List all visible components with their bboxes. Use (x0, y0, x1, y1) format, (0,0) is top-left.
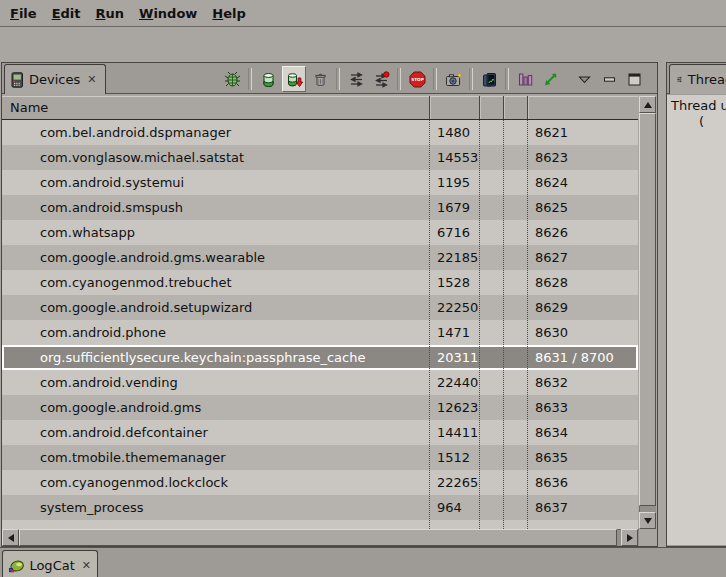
arrow-right-icon (627, 534, 633, 542)
close-icon[interactable]: ✕ (82, 559, 91, 572)
scroll-down-button[interactable] (639, 512, 656, 529)
scroll-up-button[interactable] (639, 96, 656, 113)
vertical-scroll-thumb[interactable] (639, 113, 656, 506)
table-row[interactable]: com.cyanogenmod.trebuchet 1528 8628 (2, 270, 638, 295)
threads-icon (348, 71, 365, 88)
menu-run[interactable]: Run (96, 6, 125, 21)
table-row[interactable]: com.google.android.setupwizard 22250 862… (2, 295, 638, 320)
menu-file[interactable]: File (10, 6, 37, 21)
column-resize-handle[interactable] (479, 96, 480, 119)
process-name: com.google.android.gms.wearable (40, 250, 265, 265)
process-table: com.bel.android.dspmanager 1480 8621 com… (2, 120, 638, 529)
column-resize-handle[interactable] (527, 96, 528, 119)
horizontal-scrollbar[interactable] (2, 529, 639, 546)
stop-label: STOP (411, 77, 424, 82)
process-port: 8626 (535, 225, 568, 240)
process-name: org.sufficientlysecure.keychain:passphra… (40, 350, 365, 365)
menu-help-mnemonic: H (212, 6, 223, 21)
process-port: 8629 (535, 300, 568, 315)
process-port: 8635 (535, 450, 568, 465)
table-row[interactable]: com.android.defcontainer 14411 8634 (2, 420, 638, 445)
close-icon[interactable]: ✕ (87, 73, 96, 86)
process-port: 8627 (535, 250, 568, 265)
menu-run-rest: un (106, 6, 125, 21)
update-threads-button[interactable] (345, 67, 367, 91)
ddms-window: File Edit Run Window Help Devices ✕ (0, 0, 726, 577)
menu-window[interactable]: Window (139, 6, 197, 21)
threads-message-line2: ( (699, 114, 704, 129)
table-row[interactable]: com.vonglasow.michael.satstat 14553 8623 (2, 145, 638, 170)
table-row[interactable]: com.android.phone 1471 8630 (2, 320, 638, 345)
table-row[interactable]: com.whatsapp 6716 8626 (2, 220, 638, 245)
debug-process-button[interactable] (221, 67, 243, 91)
process-port: 8634 (535, 425, 568, 440)
scroll-left-button[interactable] (2, 529, 19, 546)
maximize-icon (626, 71, 643, 88)
cause-gc-button[interactable] (309, 67, 331, 91)
threads-tabstrip: Threads (667, 63, 726, 94)
menu-file-rest: ile (19, 6, 37, 21)
tab-threads[interactable]: Threads (669, 64, 726, 94)
process-pid: 1471 (437, 325, 470, 340)
devices-tabstrip: Devices ✕ (2, 63, 657, 94)
tab-threads-label: Threads (688, 72, 726, 87)
vertical-scrollbar[interactable] (639, 96, 656, 529)
process-port: 8624 (535, 175, 568, 190)
table-row[interactable]: com.tmobile.thememanager 1512 8635 (2, 445, 638, 470)
arrow-up-icon (644, 102, 652, 108)
process-name: com.android.vending (40, 375, 178, 390)
column-resize-handle[interactable] (429, 96, 430, 119)
tab-devices[interactable]: Devices ✕ (4, 64, 106, 94)
column-header-name[interactable]: Name (10, 100, 48, 115)
menu-edit[interactable]: Edit (52, 6, 81, 21)
devices-toolbar: STOP (221, 64, 645, 94)
horizontal-scroll-thumb[interactable] (19, 529, 617, 546)
process-pid: 14553 (437, 150, 478, 165)
process-port: 8636 (535, 475, 568, 490)
process-pid: 6716 (437, 225, 470, 240)
capture-system-trace-button[interactable] (478, 67, 500, 91)
process-pid: 14411 (437, 425, 478, 440)
scroll-right-button[interactable] (621, 529, 638, 546)
table-row[interactable]: com.bel.android.dspmanager 1480 8621 (2, 120, 638, 145)
column-resize-handle[interactable] (503, 96, 504, 119)
start-method-profiling-button[interactable] (370, 67, 392, 91)
start-opengl-trace-button[interactable] (539, 67, 561, 91)
dump-view-hierarchy-button[interactable] (514, 67, 536, 91)
process-port: 8630 (535, 325, 568, 340)
table-row[interactable]: com.google.android.gms.wearable 22185 86… (2, 245, 638, 270)
minimize-button[interactable] (598, 67, 620, 91)
view-menu-button[interactable] (573, 67, 595, 91)
process-name: com.tmobile.thememanager (40, 450, 226, 465)
table-row[interactable]: com.android.systemui 1195 8624 (2, 170, 638, 195)
process-pid: 964 (437, 500, 462, 515)
process-port: 8633 (535, 400, 568, 415)
stop-process-button[interactable]: STOP (406, 67, 428, 91)
arrow-down-icon (644, 518, 652, 524)
threads-icon (676, 72, 683, 87)
heap-dump-icon (286, 71, 303, 88)
toolbar-separator (397, 68, 401, 90)
process-port: 8621 (535, 125, 568, 140)
process-pid: 1528 (437, 275, 470, 290)
table-row[interactable]: system_process 964 8637 (2, 495, 638, 520)
table-row[interactable]: com.android.smspush 1679 8625 (2, 195, 638, 220)
maximize-button[interactable] (623, 67, 645, 91)
trash-icon (312, 71, 329, 88)
toolbar-separator (248, 68, 252, 90)
table-header[interactable]: Name (2, 96, 638, 120)
table-row[interactable]: com.android.vending 22440 8632 (2, 370, 638, 395)
screen-capture-button[interactable] (442, 67, 464, 91)
dump-hprof-button[interactable] (282, 66, 306, 92)
bottom-tab-area: LogCat ✕ (0, 547, 726, 577)
tab-logcat[interactable]: LogCat ✕ (2, 550, 98, 577)
update-heap-button[interactable] (257, 67, 279, 91)
table-row[interactable]: org.sufficientlysecure.keychain:passphra… (2, 345, 638, 370)
menu-help[interactable]: Help (212, 6, 245, 21)
process-pid: 12623 (437, 400, 478, 415)
table-row[interactable]: com.google.android.gms 12623 8633 (2, 395, 638, 420)
table-row[interactable]: com.cyanogenmod.lockclock 22265 8636 (2, 470, 638, 495)
process-port: 8632 (535, 375, 568, 390)
process-name: com.google.android.setupwizard (40, 300, 252, 315)
hierarchy-columns-icon (517, 71, 534, 88)
